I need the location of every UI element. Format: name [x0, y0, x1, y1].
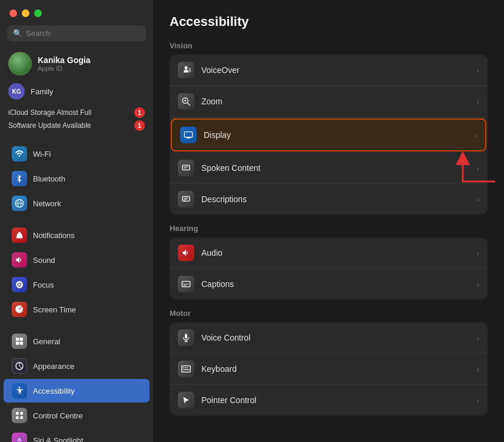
- svg-rect-3: [16, 338, 19, 341]
- sidebar-item-siri[interactable]: Siri & Spotlight: [4, 428, 150, 442]
- hearing-section-title: Hearing: [170, 224, 488, 233]
- update-badge: 1: [134, 120, 145, 131]
- svg-rect-31: [187, 367, 188, 368]
- keyboard-chevron: ›: [477, 365, 479, 374]
- screentime-icon: [12, 302, 27, 317]
- bluetooth-icon: [12, 171, 27, 186]
- svg-rect-4: [20, 338, 23, 341]
- voiceover-row[interactable]: VoiceOver ›: [170, 55, 488, 86]
- voicecontrol-chevron: ›: [477, 334, 479, 342]
- svg-rect-6: [20, 342, 23, 345]
- general-label: General: [33, 337, 60, 346]
- sidebar-item-sound[interactable]: Sound: [4, 248, 150, 272]
- sidebar-item-bluetooth[interactable]: Bluetooth: [4, 167, 150, 190]
- search-icon: 🔍: [13, 29, 22, 38]
- zoom-row[interactable]: Zoom ›: [170, 86, 488, 117]
- audio-row[interactable]: Audio ›: [170, 238, 488, 269]
- vision-section-title: Vision: [170, 41, 488, 50]
- audio-icon: [178, 245, 194, 261]
- wifi-label: Wi-Fi: [33, 150, 51, 159]
- pointer-icon: [178, 392, 194, 408]
- page-title: Accessibility: [170, 14, 488, 29]
- avatar: [8, 52, 32, 75]
- spoken-chevron: ›: [477, 164, 479, 173]
- general-icon: [12, 334, 27, 349]
- minimize-button[interactable]: [22, 9, 29, 17]
- search-bar[interactable]: 🔍 Search: [7, 25, 146, 41]
- sidebar-item-notifications[interactable]: Notifications: [4, 223, 150, 247]
- display-chevron: ›: [475, 131, 477, 140]
- display-icon: [180, 127, 197, 143]
- sidebar-item-family[interactable]: KG Family: [0, 79, 153, 104]
- display-label: Display: [204, 130, 475, 140]
- svg-rect-23: [183, 196, 190, 201]
- maximize-button[interactable]: [34, 9, 42, 17]
- profile-subtitle: Apple ID: [38, 65, 90, 72]
- audio-label: Audio: [201, 248, 477, 258]
- sidebar: 🔍 Search Kanika Gogia Apple ID KG Family…: [0, 0, 153, 442]
- profile-section[interactable]: Kanika Gogia Apple ID: [0, 47, 153, 79]
- profile-name: Kanika Gogia: [38, 55, 90, 65]
- spoken-label: Spoken Content: [201, 163, 477, 173]
- svg-rect-10: [20, 412, 23, 415]
- keyboard-label: Keyboard: [201, 364, 477, 374]
- profile-info: Kanika Gogia Apple ID: [38, 55, 90, 72]
- main-content: Accessibility Vision VoiceOver ›: [153, 0, 504, 442]
- sidebar-item-appearance[interactable]: Appearance: [4, 354, 150, 378]
- motor-section-title: Motor: [170, 309, 488, 318]
- sidebar-item-wifi[interactable]: Wi-Fi: [4, 142, 150, 166]
- icloud-alert-text: iCloud Storage Almost Full: [8, 108, 91, 117]
- controlcentre-label: Control Centre: [33, 411, 83, 420]
- controlcentre-icon: [12, 408, 27, 423]
- svg-rect-29: [183, 367, 184, 368]
- svg-point-14: [19, 438, 20, 439]
- voicecontrol-row[interactable]: Voice Control ›: [170, 322, 488, 354]
- sound-icon: [12, 252, 27, 268]
- alert-section: iCloud Storage Almost Full 1 Software Up…: [0, 104, 153, 134]
- network-icon: [12, 196, 27, 211]
- arrow-down-svg: [153, 253, 164, 324]
- update-alert[interactable]: Software Update Available 1: [8, 119, 145, 132]
- hearing-group: Audio › Captions ›: [170, 238, 488, 299]
- descriptions-chevron: ›: [477, 195, 479, 204]
- captions-row[interactable]: Captions ›: [170, 269, 488, 299]
- svg-rect-9: [16, 412, 19, 415]
- screentime-label: Screen Time: [33, 305, 76, 314]
- motor-group: Voice Control › Keyboard ›: [170, 322, 488, 415]
- svg-rect-30: [185, 367, 186, 368]
- arrow-down-annotation: [153, 253, 164, 326]
- sidebar-item-general[interactable]: General: [4, 329, 150, 353]
- sidebar-item-focus[interactable]: Focus: [4, 273, 150, 296]
- sidebar-item-controlcentre[interactable]: Control Centre: [4, 404, 150, 427]
- notifications-label: Notifications: [33, 231, 75, 240]
- pointer-row[interactable]: Pointer Control ›: [170, 385, 488, 415]
- svg-rect-12: [20, 416, 23, 419]
- svg-rect-25: [185, 334, 187, 338]
- pointer-label: Pointer Control: [201, 395, 477, 405]
- descriptions-label: Descriptions: [201, 194, 477, 204]
- captions-chevron: ›: [477, 280, 479, 289]
- keyboard-row[interactable]: Keyboard ›: [170, 354, 488, 385]
- zoom-icon: [178, 93, 194, 110]
- descriptions-icon: [178, 191, 194, 207]
- focus-icon: [12, 277, 27, 292]
- icloud-alert[interactable]: iCloud Storage Almost Full 1: [8, 106, 145, 119]
- network-label: Network: [33, 199, 61, 208]
- sidebar-item-screentime[interactable]: Screen Time: [4, 298, 150, 321]
- zoom-label: Zoom: [201, 97, 477, 106]
- spoken-row[interactable]: Spoken Content ›: [170, 153, 488, 184]
- sidebar-item-accessibility[interactable]: Accessibility: [4, 379, 150, 403]
- svg-rect-22: [183, 165, 190, 170]
- siri-label: Siri & Spotlight: [33, 436, 83, 443]
- close-button[interactable]: [9, 9, 17, 17]
- svg-point-8: [19, 387, 21, 388]
- accessibility-label: Accessibility: [33, 387, 75, 395]
- siri-icon: [12, 433, 27, 442]
- display-row[interactable]: Display ›: [171, 118, 486, 151]
- captions-icon: [178, 276, 194, 292]
- sidebar-item-network[interactable]: Network: [4, 192, 150, 215]
- svg-rect-32: [183, 370, 190, 370]
- keyboard-icon: [178, 361, 194, 377]
- descriptions-row[interactable]: Descriptions ›: [170, 184, 488, 215]
- traffic-lights: [0, 0, 153, 23]
